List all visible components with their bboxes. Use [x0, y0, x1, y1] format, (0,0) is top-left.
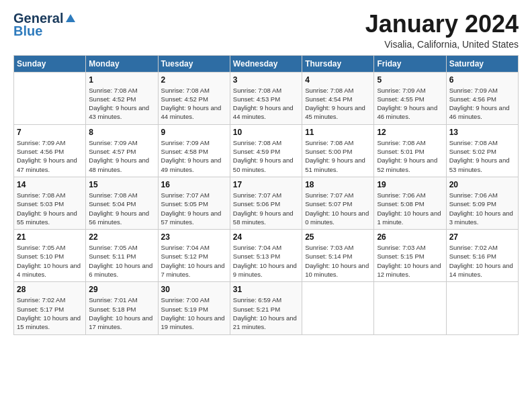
day-cell: 21Sunrise: 7:05 AMSunset: 5:10 PMDayligh… — [14, 230, 86, 282]
day-info: Sunrise: 7:03 AMSunset: 5:14 PMDaylight:… — [305, 244, 369, 278]
day-info: Sunrise: 7:08 AMSunset: 5:03 PMDaylight:… — [17, 191, 77, 226]
day-info: Sunrise: 7:08 AMSunset: 4:52 PMDaylight:… — [89, 87, 149, 121]
day-info: Sunrise: 7:08 AMSunset: 5:01 PMDaylight:… — [377, 139, 437, 173]
col-friday: Friday — [374, 55, 446, 72]
col-sunday: Sunday — [14, 55, 86, 72]
day-info: Sunrise: 7:08 AMSunset: 5:02 PMDaylight:… — [449, 139, 510, 173]
day-info: Sunrise: 7:07 AMSunset: 5:06 PMDaylight:… — [233, 191, 294, 226]
day-cell: 5Sunrise: 7:09 AMSunset: 4:55 PMDaylight… — [374, 72, 446, 124]
day-cell: 10Sunrise: 7:08 AMSunset: 4:59 PMDayligh… — [230, 124, 302, 177]
week-row-1: 7Sunrise: 7:09 AMSunset: 4:56 PMDaylight… — [14, 124, 519, 177]
day-number: 18 — [305, 180, 371, 189]
day-cell: 19Sunrise: 7:06 AMSunset: 5:08 PMDayligh… — [374, 177, 446, 229]
day-cell: 4Sunrise: 7:08 AMSunset: 4:54 PMDaylight… — [302, 72, 374, 124]
day-cell — [14, 72, 86, 124]
day-number: 2 — [161, 75, 227, 85]
day-cell: 31Sunrise: 6:59 AMSunset: 5:21 PMDayligh… — [230, 282, 302, 334]
day-info: Sunrise: 7:02 AMSunset: 5:16 PMDaylight:… — [449, 244, 513, 278]
logo-icon — [64, 13, 77, 25]
day-info: Sunrise: 7:08 AMSunset: 5:04 PMDaylight:… — [89, 191, 149, 226]
day-info: Sunrise: 7:06 AMSunset: 5:09 PMDaylight:… — [449, 191, 513, 226]
day-cell: 26Sunrise: 7:03 AMSunset: 5:15 PMDayligh… — [374, 230, 446, 282]
title-block: January 2024 Visalia, California, United… — [365, 11, 519, 50]
day-cell: 16Sunrise: 7:07 AMSunset: 5:05 PMDayligh… — [158, 177, 230, 229]
day-info: Sunrise: 7:08 AMSunset: 5:00 PMDaylight:… — [305, 139, 365, 173]
day-number: 13 — [449, 128, 515, 137]
day-info: Sunrise: 6:59 AMSunset: 5:21 PMDaylight:… — [233, 296, 297, 330]
subtitle: Visalia, California, United States — [365, 39, 519, 50]
day-number: 12 — [377, 128, 443, 137]
day-number: 6 — [449, 75, 515, 85]
day-info: Sunrise: 7:08 AMSunset: 4:59 PMDaylight:… — [233, 139, 294, 173]
day-number: 16 — [161, 180, 227, 189]
day-cell: 11Sunrise: 7:08 AMSunset: 5:00 PMDayligh… — [302, 124, 374, 177]
day-number: 30 — [161, 285, 227, 294]
day-info: Sunrise: 7:04 AMSunset: 5:13 PMDaylight:… — [233, 244, 297, 278]
day-cell: 3Sunrise: 7:08 AMSunset: 4:53 PMDaylight… — [230, 72, 302, 124]
day-info: Sunrise: 7:08 AMSunset: 4:53 PMDaylight:… — [233, 87, 294, 121]
col-wednesday: Wednesday — [230, 55, 302, 72]
day-number: 17 — [233, 180, 299, 189]
page-container: General Blue January 2024 Visalia, Calif… — [0, 0, 532, 342]
day-number: 14 — [17, 180, 83, 189]
day-info: Sunrise: 7:07 AMSunset: 5:05 PMDaylight:… — [161, 191, 222, 226]
day-cell — [446, 282, 518, 334]
day-cell: 20Sunrise: 7:06 AMSunset: 5:09 PMDayligh… — [446, 177, 518, 229]
day-number: 20 — [449, 180, 515, 189]
day-number: 3 — [233, 75, 299, 85]
day-info: Sunrise: 7:08 AMSunset: 4:52 PMDaylight:… — [161, 87, 222, 121]
day-number: 29 — [89, 285, 154, 294]
day-cell: 25Sunrise: 7:03 AMSunset: 5:14 PMDayligh… — [302, 230, 374, 282]
day-cell: 1Sunrise: 7:08 AMSunset: 4:52 PMDaylight… — [86, 72, 158, 124]
day-cell: 17Sunrise: 7:07 AMSunset: 5:06 PMDayligh… — [230, 177, 302, 229]
col-thursday: Thursday — [302, 55, 374, 72]
day-info: Sunrise: 7:04 AMSunset: 5:12 PMDaylight:… — [161, 244, 225, 278]
day-number: 25 — [305, 232, 371, 242]
day-number: 28 — [17, 285, 83, 294]
day-number: 27 — [449, 232, 515, 242]
day-number: 7 — [17, 128, 83, 137]
day-cell — [302, 282, 374, 334]
day-number: 9 — [161, 128, 227, 137]
header-row: General Blue January 2024 Visalia, Calif… — [13, 11, 519, 50]
day-cell: 12Sunrise: 7:08 AMSunset: 5:01 PMDayligh… — [374, 124, 446, 177]
day-number: 10 — [233, 128, 299, 137]
day-cell: 8Sunrise: 7:09 AMSunset: 4:57 PMDaylight… — [86, 124, 158, 177]
day-info: Sunrise: 7:09 AMSunset: 4:58 PMDaylight:… — [161, 139, 222, 173]
day-cell: 9Sunrise: 7:09 AMSunset: 4:58 PMDaylight… — [158, 124, 230, 177]
day-cell: 24Sunrise: 7:04 AMSunset: 5:13 PMDayligh… — [230, 230, 302, 282]
day-info: Sunrise: 7:02 AMSunset: 5:17 PMDaylight:… — [17, 296, 81, 330]
day-number: 19 — [377, 180, 443, 189]
day-info: Sunrise: 7:05 AMSunset: 5:11 PMDaylight:… — [89, 244, 152, 278]
day-number: 23 — [161, 232, 227, 242]
day-number: 1 — [89, 75, 154, 85]
day-cell: 6Sunrise: 7:09 AMSunset: 4:56 PMDaylight… — [446, 72, 518, 124]
day-cell: 28Sunrise: 7:02 AMSunset: 5:17 PMDayligh… — [14, 282, 86, 334]
week-row-3: 21Sunrise: 7:05 AMSunset: 5:10 PMDayligh… — [14, 230, 519, 282]
day-info: Sunrise: 7:01 AMSunset: 5:18 PMDaylight:… — [89, 296, 152, 330]
day-cell: 15Sunrise: 7:08 AMSunset: 5:04 PMDayligh… — [86, 177, 158, 229]
day-info: Sunrise: 7:08 AMSunset: 4:54 PMDaylight:… — [305, 87, 365, 121]
header-row-days: Sunday Monday Tuesday Wednesday Thursday… — [14, 55, 519, 72]
day-number: 4 — [305, 75, 371, 85]
logo-blue: Blue — [13, 24, 42, 39]
day-number: 5 — [377, 75, 443, 85]
day-info: Sunrise: 7:09 AMSunset: 4:57 PMDaylight:… — [89, 139, 149, 173]
week-row-2: 14Sunrise: 7:08 AMSunset: 5:03 PMDayligh… — [14, 177, 519, 229]
day-cell: 13Sunrise: 7:08 AMSunset: 5:02 PMDayligh… — [446, 124, 518, 177]
col-monday: Monday — [86, 55, 158, 72]
day-number: 26 — [377, 232, 443, 242]
day-info: Sunrise: 7:06 AMSunset: 5:08 PMDaylight:… — [377, 191, 441, 226]
week-row-0: 1Sunrise: 7:08 AMSunset: 4:52 PMDaylight… — [14, 72, 519, 124]
day-info: Sunrise: 7:03 AMSunset: 5:15 PMDaylight:… — [377, 244, 441, 278]
day-cell: 27Sunrise: 7:02 AMSunset: 5:16 PMDayligh… — [446, 230, 518, 282]
day-number: 31 — [233, 285, 299, 294]
day-cell: 29Sunrise: 7:01 AMSunset: 5:18 PMDayligh… — [86, 282, 158, 334]
day-cell: 7Sunrise: 7:09 AMSunset: 4:56 PMDaylight… — [14, 124, 86, 177]
day-number: 15 — [89, 180, 154, 189]
day-info: Sunrise: 7:05 AMSunset: 5:10 PMDaylight:… — [17, 244, 81, 278]
day-cell: 2Sunrise: 7:08 AMSunset: 4:52 PMDaylight… — [158, 72, 230, 124]
day-cell: 30Sunrise: 7:00 AMSunset: 5:19 PMDayligh… — [158, 282, 230, 334]
calendar-table: Sunday Monday Tuesday Wednesday Thursday… — [13, 55, 519, 335]
week-row-4: 28Sunrise: 7:02 AMSunset: 5:17 PMDayligh… — [14, 282, 519, 334]
